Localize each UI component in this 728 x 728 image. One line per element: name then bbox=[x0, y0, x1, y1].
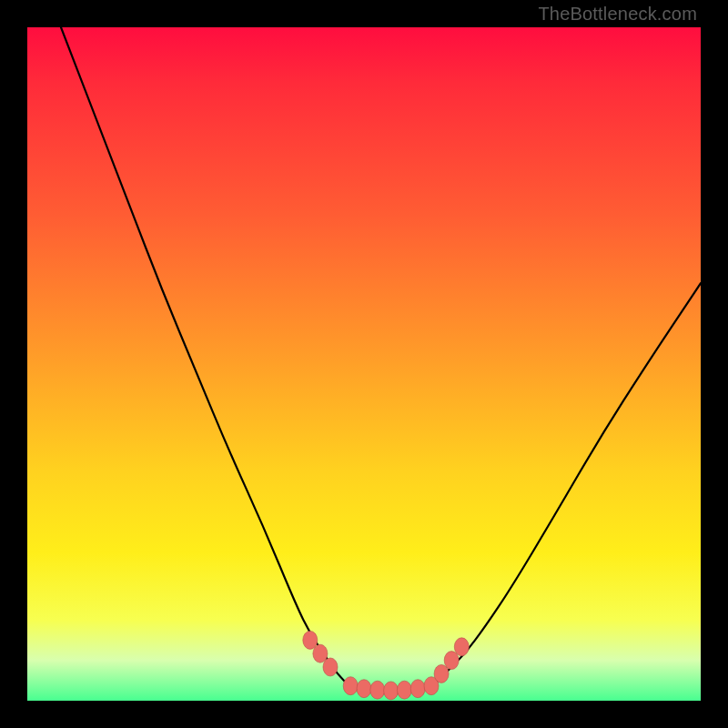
source-caption: TheBottleneck.com bbox=[538, 4, 697, 25]
bottleneck-curve-right bbox=[431, 283, 701, 687]
chart-frame: TheBottleneck.com bbox=[0, 0, 728, 728]
marker-point bbox=[323, 658, 338, 676]
bottleneck-curve-left bbox=[61, 27, 350, 687]
curve-svg bbox=[27, 27, 701, 701]
marker-point bbox=[384, 682, 399, 700]
plot-area bbox=[27, 27, 701, 701]
marker-point bbox=[454, 638, 469, 656]
marker-point bbox=[424, 677, 439, 695]
marker-point bbox=[397, 681, 411, 699]
marker-point bbox=[444, 652, 459, 670]
marker-point bbox=[313, 644, 328, 662]
marker-point bbox=[357, 680, 371, 698]
bottleneck-curve-floor bbox=[350, 687, 431, 693]
marker-point bbox=[434, 664, 449, 682]
marker-point bbox=[410, 680, 425, 698]
marker-point bbox=[343, 677, 358, 695]
marker-point bbox=[303, 631, 318, 649]
marker-group bbox=[303, 631, 470, 700]
marker-point bbox=[370, 681, 385, 699]
